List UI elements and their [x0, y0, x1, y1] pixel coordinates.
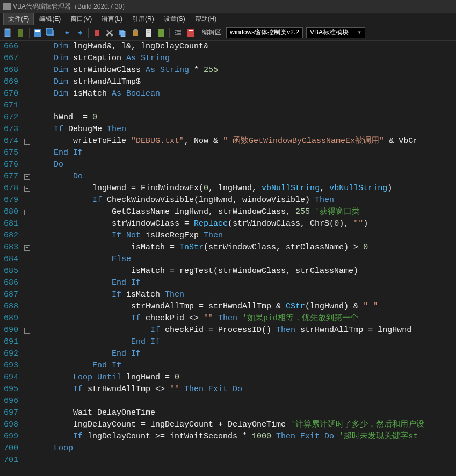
code-line[interactable]: Else	[32, 254, 456, 265]
code-line[interactable]: lngHwnd = FindWindowEx(0, lngHwnd, vbNul…	[32, 183, 456, 194]
chevron-down-icon: ▼	[357, 30, 361, 35]
code-line[interactable]: If DebugMe Then	[32, 124, 456, 135]
line-number: 670	[0, 88, 18, 100]
code-line[interactable]	[32, 455, 456, 466]
doc1-icon[interactable]	[143, 28, 153, 38]
code-line[interactable]: Wait DelayOneTime	[32, 407, 456, 419]
code-line[interactable]: Dim lngHwnd&, l&, lngDelayCount&	[32, 41, 456, 53]
code-line[interactable]: If checkPid <> "" Then '如果pid相等，优先放到第一个	[32, 313, 456, 324]
code-line[interactable]: Loop Until lngHwnd = 0	[32, 372, 456, 384]
menu-help[interactable]: 帮助(H)	[191, 13, 221, 25]
code-line[interactable]: isMatch = InStr(strWindowClass, strClass…	[32, 242, 456, 254]
code-line[interactable]: If Not isUseRegExp Then	[32, 230, 456, 242]
code-line[interactable]: isMatch = regTest(strWindowClass, strCla…	[32, 265, 456, 277]
code-area[interactable]: Dim lngHwnd&, l&, lngDelayCount& Dim str…	[32, 41, 456, 476]
line-number: 673	[0, 124, 18, 135]
code-line[interactable]: Loop	[32, 443, 456, 455]
new-file-icon[interactable]	[3, 28, 13, 38]
line-number: 692	[0, 348, 18, 360]
fold-toggle[interactable]: −	[24, 186, 30, 192]
fold-toggle[interactable]: −	[24, 210, 30, 215]
code-line[interactable]: End If	[32, 348, 456, 360]
indent-icon[interactable]	[173, 28, 183, 38]
code-line[interactable]: hWnd_ = 0	[32, 112, 456, 124]
menubar: 文件(F) 编辑(E) 窗口(V) 语言(L) 引用(R) 设置(S) 帮助(H…	[0, 13, 456, 25]
line-number: 700	[0, 443, 18, 455]
code-line[interactable]: End If	[32, 360, 456, 372]
combo-module-value: windows窗体控制类v2.2	[230, 28, 299, 37]
line-number: 681	[0, 218, 18, 230]
code-line[interactable]: End If	[32, 147, 456, 159]
menu-settings[interactable]: 设置(S)	[160, 13, 190, 25]
doc2-icon[interactable]	[156, 28, 166, 38]
save-icon[interactable]	[33, 28, 42, 38]
fold-toggle[interactable]: −	[24, 328, 30, 334]
line-number: 672	[0, 112, 18, 124]
menu-edit[interactable]: 编辑(E)	[35, 13, 65, 25]
line-number: 667	[0, 53, 18, 64]
code-line[interactable]: Do	[32, 171, 456, 183]
undo-icon[interactable]	[62, 28, 72, 38]
svg-rect-13	[146, 29, 151, 37]
code-line[interactable]	[32, 100, 456, 112]
line-number: 690	[0, 324, 18, 336]
separator	[169, 28, 170, 38]
copy-icon[interactable]	[118, 28, 127, 38]
line-number: 694	[0, 372, 18, 384]
code-line[interactable]: Do	[32, 159, 456, 171]
code-line[interactable]: End If	[32, 277, 456, 289]
code-line[interactable]: If CheckWindowVisible(lngHwnd, windowVis…	[32, 194, 456, 206]
line-number: 697	[0, 407, 18, 419]
code-line[interactable]: Dim isMatch As Boolean	[32, 88, 456, 100]
code-line[interactable]: strWindowClass = Replace(strWindowClass,…	[32, 218, 456, 230]
svg-rect-5	[46, 28, 53, 35]
code-line[interactable]: If checkPid = ProcessID() Then strHwndAl…	[32, 324, 456, 336]
line-number: 688	[0, 301, 18, 313]
svg-rect-10	[121, 31, 125, 37]
svg-rect-22	[189, 30, 193, 31]
combo-type-value: VBA标准模块	[310, 28, 349, 37]
fold-toggle[interactable]: −	[24, 139, 30, 145]
fold-toggle[interactable]: −	[24, 245, 30, 251]
svg-rect-12	[134, 29, 137, 31]
app-icon	[3, 3, 11, 10]
line-number: 677	[0, 171, 18, 183]
code-line[interactable]: If isMatch Then	[32, 289, 456, 301]
line-number: 668	[0, 64, 18, 76]
combo-type[interactable]: VBA标准模块 ▼	[306, 27, 365, 38]
code-line[interactable]: If lngDelayCount >= intWaitSeconds * 100…	[32, 431, 456, 443]
code-line[interactable]	[32, 395, 456, 407]
line-number: 678	[0, 183, 18, 194]
format-icon[interactable]	[186, 28, 196, 38]
code-line[interactable]: strHwndAllTmp = strHwndAllTmp & CStr(lng…	[32, 301, 456, 313]
menu-reference[interactable]: 引用(R)	[128, 13, 158, 25]
menu-window[interactable]: 窗口(V)	[66, 13, 96, 25]
code-line[interactable]: End If	[32, 336, 456, 348]
delete-icon[interactable]	[92, 28, 102, 38]
code-line[interactable]: writeToFile "DEBUG.txt", Now & " 函数GetWi…	[32, 135, 456, 147]
code-line[interactable]: GetClassName lngHwnd, strWindowClass, 25…	[32, 206, 456, 218]
svg-rect-6	[95, 30, 99, 36]
line-number: 684	[0, 254, 18, 265]
code-line[interactable]: Dim strCaption As String	[32, 53, 456, 64]
paste-icon[interactable]	[131, 28, 140, 38]
fold-column[interactable]: −−−−−−	[21, 41, 32, 476]
code-line[interactable]: Dim strWindowClass As String * 255	[32, 64, 456, 76]
fold-toggle[interactable]: −	[24, 174, 30, 180]
menu-language[interactable]: 语言(L)	[97, 13, 127, 25]
separator	[29, 28, 30, 38]
code-line[interactable]: If strHwndAllTmp <> "" Then Exit Do	[32, 384, 456, 395]
line-number: 693	[0, 360, 18, 372]
code-line[interactable]: lngDelayCount = lngDelayCount + DelayOne…	[32, 419, 456, 431]
menu-file[interactable]: 文件(F)	[3, 13, 34, 25]
code-line[interactable]: Dim strHwndAllTmp$	[32, 76, 456, 88]
line-number: 698	[0, 419, 18, 431]
save-all-icon[interactable]	[46, 28, 55, 38]
line-number-gutter: 6666676686696706716726736746756766776786…	[0, 41, 21, 476]
svg-rect-16	[158, 29, 164, 37]
cut-icon[interactable]	[105, 28, 114, 38]
redo-icon[interactable]	[75, 28, 85, 38]
open-file-icon[interactable]	[16, 28, 26, 38]
combo-module[interactable]: windows窗体控制类v2.2	[226, 27, 303, 38]
code-editor[interactable]: 6666676686696706716726736746756766776786…	[0, 41, 456, 476]
